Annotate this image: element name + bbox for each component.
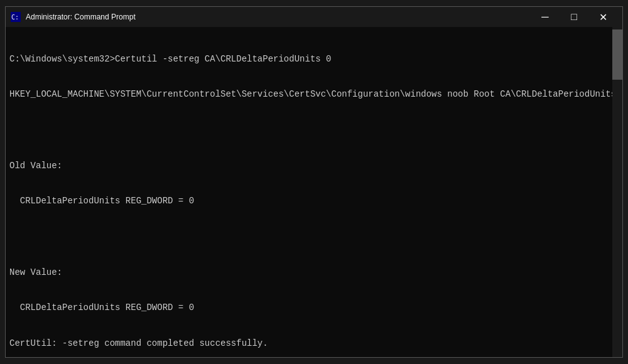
terminal-body[interactable]: C:\Windows\system32>Certutil -setreg CA\…: [6, 27, 622, 357]
new-value-data: CRLDeltaPeriodUnits REG_DWORD = 0: [9, 302, 619, 314]
scrollbar[interactable]: [612, 27, 622, 357]
svg-text:C:: C:: [11, 14, 19, 21]
scrollbar-thumb[interactable]: [612, 29, 622, 80]
cmd-line: C:\Windows\system32>Certutil -setreg CA\…: [9, 53, 619, 65]
blank2: [9, 231, 619, 243]
minimize-button[interactable]: ─: [531, 7, 560, 27]
success-msg: CertUtil: -setreg command completed succ…: [9, 338, 619, 350]
terminal-output: C:\Windows\system32>Certutil -setreg CA\…: [9, 29, 619, 357]
old-value-header: Old Value:: [9, 160, 619, 172]
window-controls: ─ □ ✕: [531, 7, 617, 27]
blank1: [9, 124, 619, 136]
new-value-header: New Value:: [9, 267, 619, 279]
title-bar: C: Administrator: Command Prompt ─ □ ✕: [6, 7, 622, 27]
window-title: Administrator: Command Prompt: [26, 13, 531, 21]
maximize-button[interactable]: □: [560, 7, 588, 27]
command-prompt-window: C: Administrator: Command Prompt ─ □ ✕ C…: [5, 6, 623, 358]
reg-path: HKEY_LOCAL_MACHINE\SYSTEM\CurrentControl…: [9, 88, 619, 100]
old-value-data: CRLDeltaPeriodUnits REG_DWORD = 0: [9, 195, 619, 207]
close-button[interactable]: ✕: [588, 7, 617, 27]
cmd-icon: C:: [11, 12, 21, 22]
